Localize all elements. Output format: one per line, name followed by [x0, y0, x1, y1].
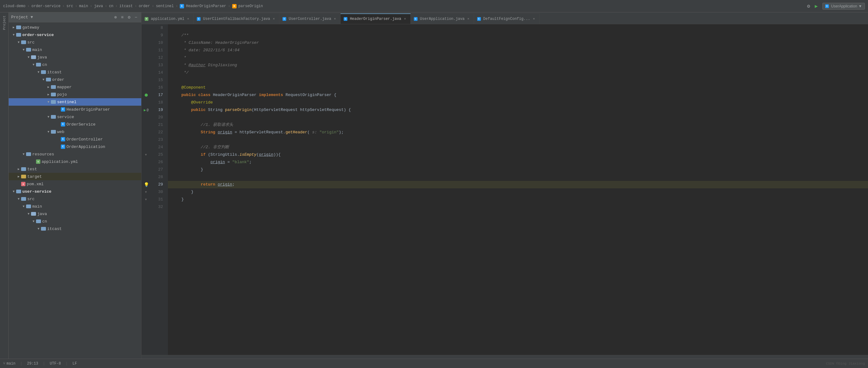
tab-close[interactable]: × — [186, 17, 190, 21]
tree-label: order-service — [22, 33, 54, 37]
breadcrumb-cloud-demo[interactable]: cloud-demo — [3, 4, 26, 8]
status-separator2: | — [43, 362, 45, 366]
tab-headeroriginparser[interactable]: C HeaderOriginParser.java × — [341, 13, 411, 24]
tree-item-target[interactable]: ▶ target — [9, 173, 141, 180]
tree-item-order[interactable]: ▼ order — [9, 76, 141, 83]
tab-close[interactable]: × — [403, 17, 407, 21]
tab-close[interactable]: × — [532, 17, 536, 21]
line-num-31: 31 — [151, 196, 165, 203]
tree-item-user-service[interactable]: ▼ user-service — [9, 188, 141, 195]
tree-item-user-main[interactable]: ▼ main — [9, 203, 141, 210]
breadcrumb-src[interactable]: src — [66, 4, 73, 8]
folder-icon — [51, 115, 56, 119]
run-indicator[interactable] — [145, 93, 148, 97]
tree-item-pomxml[interactable]: X pom.xml — [9, 180, 141, 188]
run-arrow-icon[interactable]: ▶ — [144, 108, 146, 113]
tree-label: cn — [42, 62, 47, 67]
project-strip-label[interactable]: Project — [2, 14, 7, 31]
gutter-line-19: ▶ @ — [142, 106, 151, 114]
editor-area: Y application.yml × C UserClientFallback… — [142, 12, 868, 359]
tree-item-service[interactable]: ▼ service — [9, 113, 141, 121]
tree-item-resources[interactable]: ▼ resources — [9, 150, 141, 158]
collapse-all-button[interactable]: ≡ — [120, 15, 125, 20]
git-branch: ⑂ main — [3, 362, 16, 366]
breadcrumb-itcast[interactable]: itcast — [120, 4, 133, 8]
breadcrumb-java[interactable]: java — [94, 4, 103, 8]
tree-item-java[interactable]: ▼ java — [9, 53, 141, 61]
tree-item-src[interactable]: ▼ src — [9, 38, 141, 46]
tab-applicationyml[interactable]: Y application.yml × — [142, 13, 194, 24]
tree-arrow: ▼ — [26, 212, 31, 216]
editor-tabs: Y application.yml × C UserClientFallback… — [142, 12, 868, 24]
tree-item-applicationyml[interactable]: Y application.yml — [9, 158, 141, 165]
tree-item-orderservice[interactable]: C OrderService — [9, 121, 141, 128]
tree-label: mapper — [57, 85, 72, 89]
tab-usercontroller[interactable]: C UserController.java × — [279, 13, 341, 24]
tab-userclientfallbackfactory[interactable]: C UserClientFallbackFactory.java × — [194, 13, 279, 24]
tree-item-mapper[interactable]: ▶ mapper — [9, 83, 141, 91]
folder-icon — [21, 167, 26, 171]
code-line-21: //1. 获取请求头 — [168, 121, 868, 129]
options-button[interactable]: ⚙ — [126, 15, 132, 20]
fold-indicator[interactable]: ▼ — [145, 153, 147, 157]
code-area[interactable]: /** * ClassName: HeaderOriginParser * da… — [168, 24, 868, 355]
tree-item-order-service[interactable]: ▼ order-service — [9, 31, 141, 38]
gutter-line-23 — [142, 136, 151, 144]
locate-file-button[interactable]: ⊕ — [113, 15, 118, 20]
tree-item-itcast[interactable]: ▼ itcast — [9, 68, 141, 76]
project-header-icons: ⊕ ≡ ⚙ − — [113, 15, 139, 20]
tree-item-pojo[interactable]: ▶ pojo — [9, 91, 141, 98]
breadcrumb-main[interactable]: main — [79, 4, 88, 8]
tree-arrow: ▼ — [21, 205, 26, 208]
breadcrumb-cn[interactable]: cn — [109, 4, 113, 8]
java-class-icon: C — [61, 122, 65, 126]
folder-icon — [36, 63, 41, 66]
tree-item-main[interactable]: ▼ main — [9, 46, 141, 53]
tree-item-ordercontroller[interactable]: C OrderController — [9, 136, 141, 143]
xml-icon: X — [21, 182, 26, 186]
breadcrumb-order[interactable]: order — [139, 4, 150, 8]
top-bar: cloud-demo › order-service › src › main … — [0, 0, 868, 12]
gutter-line-16 — [142, 84, 151, 91]
folder-icon — [26, 48, 31, 52]
folder-icon — [26, 204, 31, 208]
hide-panel-button[interactable]: − — [133, 15, 139, 20]
tree-item-user-src[interactable]: ▼ src — [9, 195, 141, 203]
tree-arrow: ▼ — [46, 101, 51, 104]
tree-item-sentinel[interactable]: ▼ sentinel — [9, 98, 141, 106]
dropdown-chevron[interactable]: ▼ — [31, 15, 33, 20]
tab-close[interactable]: × — [333, 17, 337, 21]
tree-label: pojo — [57, 92, 67, 97]
editor-scrollbar[interactable] — [142, 355, 868, 359]
tree-item-orderapplication[interactable]: C OrderApplication — [9, 143, 141, 150]
gutter-line-18 — [142, 99, 151, 106]
tree-label: target — [27, 174, 42, 179]
breadcrumb-sentinel[interactable]: sentinel — [156, 4, 174, 8]
tree-item-test[interactable]: ▶ test — [9, 165, 141, 173]
tab-defaultfeignconfig[interactable]: C DefaultFeignConfig... × — [474, 13, 539, 24]
tab-close[interactable]: × — [272, 17, 276, 21]
breadcrumb-headeroriginparser[interactable]: HeaderOriginParser — [186, 4, 226, 8]
run-icon[interactable]: ▶ — [815, 3, 818, 9]
tree-item-web[interactable]: ▼ web — [9, 128, 141, 136]
tree-label: order — [52, 77, 64, 82]
settings-icon[interactable]: ⚙ — [807, 3, 810, 9]
breadcrumb-order-service[interactable]: order-service — [31, 4, 61, 8]
user-application-button[interactable]: C UserApplication ▼ — [823, 3, 865, 10]
warning-icon[interactable]: 💡 — [144, 182, 149, 188]
tab-close[interactable]: × — [466, 17, 471, 21]
tree-label: HeaderOriginParser — [66, 107, 110, 112]
tree-item-user-java[interactable]: ▼ java — [9, 210, 141, 218]
fold-indicator[interactable]: ▼ — [145, 198, 147, 201]
fold-indicator[interactable]: ▼ — [145, 191, 147, 194]
breadcrumb-parseorigin[interactable]: parseOrigin — [239, 4, 263, 8]
tree-item-user-itcast[interactable]: ▼ itcast — [9, 225, 141, 232]
gutter-line-25: ▼ — [142, 151, 151, 159]
tree-item-user-cn[interactable]: ▼ cn — [9, 218, 141, 225]
tree-item-gateway[interactable]: ▶ gateway — [9, 24, 141, 31]
encoding-indicator: UTF-8 — [50, 362, 61, 366]
tree-item-headeroriginparser[interactable]: C HeaderOriginParser — [9, 106, 141, 113]
tree-label: gateway — [22, 25, 39, 30]
tree-item-cn[interactable]: ▼ cn — [9, 61, 141, 68]
tab-userapplication[interactable]: C UserApplication.java × — [411, 13, 474, 24]
